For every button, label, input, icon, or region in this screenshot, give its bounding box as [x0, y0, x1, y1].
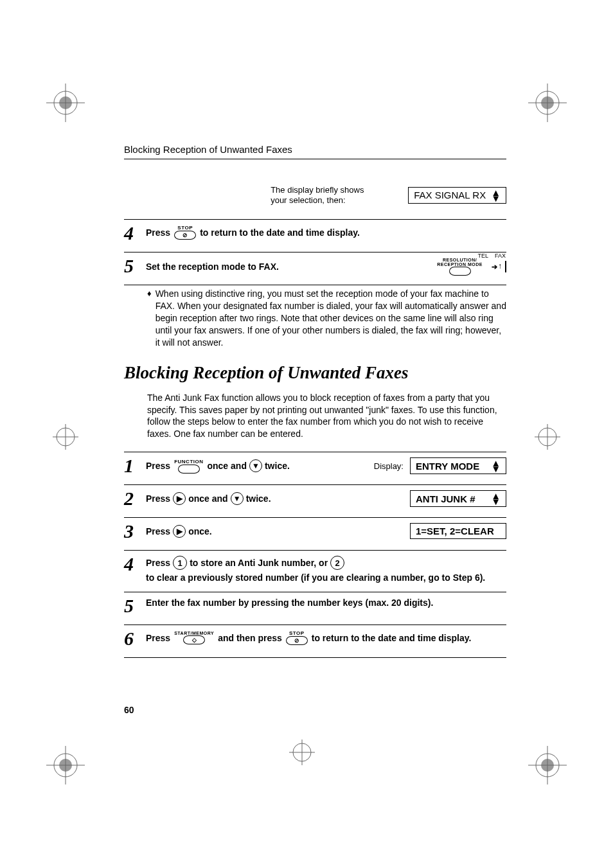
step-5: 5 Enter the fax number by pressing the n… — [124, 592, 506, 616]
display-box-fax-signal: FAX SIGNAL RX ▲▼ — [408, 187, 506, 204]
keypad-1-icon: 1 — [173, 556, 187, 570]
page-number: 60 — [124, 705, 134, 715]
display-box-mode: TELFAX ↑ — [505, 261, 506, 272]
text: Press — [146, 526, 170, 536]
step-number: 2 — [124, 489, 139, 508]
text: once and — [188, 493, 227, 504]
text: to store an Anti Junk number, or — [190, 558, 328, 568]
text: Press — [146, 227, 170, 238]
step-3: 3 Press ▶ once. 1=SET, 2=CLEAR — [124, 517, 506, 541]
up-arrow-icon: ↑ — [498, 261, 502, 270]
stop-glyph-icon: ⊘ — [182, 232, 188, 238]
step-number: 5 — [124, 256, 139, 276]
button-label: RESOLUTION/ — [443, 258, 477, 262]
display-label: Display: — [374, 461, 404, 471]
crop-mark-mid-right — [528, 418, 567, 456]
keypad-2-icon: 2 — [330, 556, 344, 570]
display-box-anti-junk: ANTI JUNK # ▲▼ — [410, 490, 506, 507]
step-number: 1 — [124, 456, 139, 475]
display-box-set-clear: 1=SET, 2=CLEAR — [410, 523, 506, 539]
pointer-arrow-icon: ➔ — [492, 263, 497, 271]
text: to return to the date and time display. — [200, 227, 360, 238]
button-label: STOP — [177, 225, 193, 231]
start-glyph-icon: ◇ — [192, 637, 197, 643]
display-box-entry-mode: ENTRY MODE ▲▼ — [410, 457, 506, 474]
step-2: 2 Press ▶ once and ▼ twice. ANTI JUNK # … — [124, 484, 506, 508]
distinctive-ring-note: ♦ When using distinctive ring, you must … — [147, 288, 506, 348]
stop-button-icon: STOP ⊘ — [286, 630, 308, 645]
text: twice. — [246, 493, 271, 504]
step-number: 6 — [124, 629, 139, 648]
updown-arrows-icon: ▲▼ — [491, 460, 501, 472]
updown-arrows-icon: ▲▼ — [491, 493, 501, 504]
step-number: 3 — [124, 522, 139, 541]
right-arrow-button-icon: ▶ — [173, 525, 186, 538]
diamond-bullet-icon: ♦ — [147, 288, 152, 348]
text: Press — [146, 558, 170, 568]
step-number: 4 — [124, 554, 139, 574]
text: to clear a previously stored number (if … — [146, 572, 485, 583]
text: Set the reception mode to FAX. — [146, 261, 279, 272]
rule — [124, 657, 506, 658]
text: The display briefly shows — [271, 185, 364, 195]
text: and then press — [218, 633, 282, 643]
crop-mark-bot-left — [46, 733, 98, 784]
button-label: START/MEMORY — [174, 631, 214, 635]
start-memory-button-icon: START/MEMORY ◇ — [174, 631, 214, 644]
right-arrow-button-icon: ▶ — [173, 492, 186, 505]
running-header: Blocking Reception of Unwanted Faxes — [124, 144, 506, 155]
crop-mark-bot-right — [515, 733, 567, 784]
text: your selection, then: — [271, 195, 345, 205]
step-number: 5 — [124, 596, 139, 616]
section-intro: The Anti Junk Fax function allows you to… — [147, 392, 506, 441]
down-arrow-button-icon: ▼ — [249, 459, 262, 472]
stop-button-icon: STOP ⊘ — [174, 225, 196, 240]
display-text: FAX SIGNAL RX — [414, 190, 486, 200]
step-6: 6 Press START/MEMORY ◇ and then press ST… — [124, 624, 506, 648]
header-rule — [124, 159, 506, 159]
step-1: 1 Press FUNCTION once and ▼ twice. Displ… — [124, 452, 506, 475]
text: Press — [146, 493, 170, 504]
text: When using distinctive ring, you must se… — [155, 288, 506, 348]
step-4: 4 Press 1 to store an Anti Junk number, … — [124, 550, 506, 583]
tel-label: TEL — [477, 252, 488, 259]
display-text: ENTRY MODE — [416, 461, 479, 472]
crop-mark-bot-center — [283, 733, 321, 772]
display-text: 1=SET, 2=CLEAR — [416, 526, 494, 536]
crop-mark-mid-left — [46, 418, 85, 456]
text: Press — [146, 461, 170, 471]
text: once. — [188, 526, 212, 536]
prev-step-5: 5 Set the reception mode to FAX. RESOLUT… — [124, 252, 506, 276]
fax-label: FAX — [495, 252, 506, 259]
step-number: 4 — [124, 224, 139, 243]
crop-mark-top-left — [46, 84, 98, 135]
stop-glyph-icon: ⊘ — [294, 637, 299, 644]
text: twice. — [265, 461, 290, 471]
prev-step-4: 4 Press STOP ⊘ to return to the date and… — [124, 219, 506, 243]
down-arrow-button-icon: ▼ — [231, 492, 244, 505]
rule — [124, 285, 506, 285]
reception-mode-button-icon: RESOLUTION/ RECEPTION MODE — [437, 258, 483, 276]
updown-arrows-icon: ▲▼ — [491, 190, 501, 201]
button-label: FUNCTION — [174, 459, 203, 465]
crop-mark-top-right — [515, 84, 567, 135]
text: to return to the date and time display. — [312, 633, 472, 643]
button-label: STOP — [289, 630, 305, 636]
section-title: Blocking Reception of Unwanted Faxes — [124, 363, 506, 383]
display-text: ANTI JUNK # — [416, 493, 475, 504]
text: Enter the fax number by pressing the num… — [146, 598, 433, 608]
page-content: Blocking Reception of Unwanted Faxes The… — [124, 144, 506, 658]
function-button-icon: FUNCTION — [174, 459, 203, 474]
text: once and — [207, 461, 246, 471]
button-label: RECEPTION MODE — [437, 262, 483, 267]
text: Press — [146, 633, 170, 643]
prev-display-row: The display briefly shows your selection… — [124, 185, 506, 205]
prev-display-label: The display briefly shows your selection… — [271, 185, 399, 205]
